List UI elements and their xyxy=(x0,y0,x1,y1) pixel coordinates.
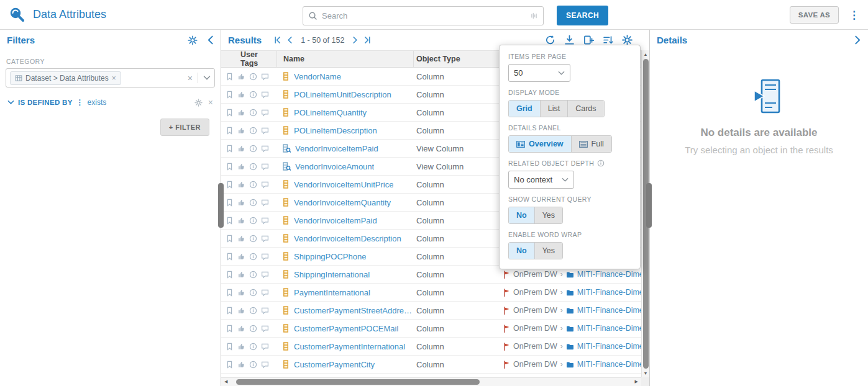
category-select[interactable]: Dataset > Data Attributes × × xyxy=(6,68,215,88)
location-source-link[interactable]: OnPrem DW xyxy=(513,342,557,351)
info-icon[interactable] xyxy=(249,199,257,207)
location-folder-link[interactable]: MITI-Finance-Dimensiona xyxy=(577,324,649,333)
info-icon[interactable] xyxy=(249,127,257,135)
table-row[interactable]: PaymentInternational Column OnPrem DW › … xyxy=(221,284,649,302)
location-folder-link[interactable]: MITI-Finance-Dimensiona xyxy=(577,342,649,351)
bookmark-icon[interactable] xyxy=(226,325,234,333)
comment-icon[interactable] xyxy=(261,307,269,315)
thumbs-up-icon[interactable] xyxy=(237,91,245,99)
location-source-link[interactable]: OnPrem DW xyxy=(513,288,557,297)
bookmark-icon[interactable] xyxy=(226,307,234,315)
thumbs-up-icon[interactable] xyxy=(237,199,245,207)
items-per-page-select[interactable]: 50 xyxy=(508,64,570,82)
bookmark-icon[interactable] xyxy=(226,109,234,117)
topbar-menu-kebab-icon[interactable]: ⋮ xyxy=(846,10,862,20)
bookmark-icon[interactable] xyxy=(226,271,234,279)
info-icon[interactable] xyxy=(249,307,257,315)
scroll-up-icon[interactable]: ▲ xyxy=(642,52,649,56)
rule-remove-icon[interactable]: × xyxy=(208,98,213,107)
rule-settings-gear-icon[interactable] xyxy=(194,99,203,107)
word-wrap-no[interactable]: No xyxy=(509,243,535,259)
thumbs-up-icon[interactable] xyxy=(237,181,245,189)
show-query-yes[interactable]: Yes xyxy=(535,207,562,223)
comment-icon[interactable] xyxy=(261,253,269,261)
add-filter-button[interactable]: + FILTER xyxy=(160,119,209,136)
row-name-link[interactable]: ShippingPOCPhone xyxy=(294,252,366,261)
thumbs-up-icon[interactable] xyxy=(237,289,245,297)
info-icon[interactable] xyxy=(249,109,257,117)
thumbs-up-icon[interactable] xyxy=(237,361,245,369)
bookmark-icon[interactable] xyxy=(226,145,234,153)
comment-icon[interactable] xyxy=(261,289,269,297)
row-name-link[interactable]: CustomerPaymentPOCEMail xyxy=(294,324,398,333)
filters-collapse-chevron-left-icon[interactable] xyxy=(207,35,214,45)
details-panel-full[interactable]: Full xyxy=(572,136,611,152)
thumbs-up-icon[interactable] xyxy=(237,217,245,225)
location-folder-link[interactable]: MITI-Finance-Dimensiona xyxy=(577,306,649,315)
row-name-link[interactable]: POLineItemDescription xyxy=(294,126,377,135)
table-row[interactable]: CustomerPaymentStreetAddre… Column OnPre… xyxy=(221,302,649,320)
rule-chevron-down-icon[interactable] xyxy=(7,100,14,105)
thumbs-up-icon[interactable] xyxy=(237,235,245,243)
row-name-link[interactable]: CustomerPaymentStreetAddre… xyxy=(294,306,412,315)
filter-rule-row[interactable]: IS DEFINED BY ⋮ exists × xyxy=(6,98,215,107)
thumbs-up-icon[interactable] xyxy=(237,271,245,279)
search-button[interactable]: SEARCH xyxy=(557,6,608,25)
info-icon[interactable] xyxy=(249,145,257,153)
comment-icon[interactable] xyxy=(261,127,269,135)
col-header-user-tags[interactable]: User Tags xyxy=(221,51,277,67)
last-page-icon[interactable] xyxy=(363,36,372,44)
info-icon[interactable] xyxy=(249,271,257,279)
comment-icon[interactable] xyxy=(261,361,269,369)
info-icon[interactable] xyxy=(249,181,257,189)
info-icon[interactable] xyxy=(249,163,257,171)
thumbs-up-icon[interactable] xyxy=(237,253,245,261)
search-input[interactable] xyxy=(322,11,530,20)
location-source-link[interactable]: OnPrem DW xyxy=(513,306,557,315)
bookmark-icon[interactable] xyxy=(226,217,234,225)
row-name-link[interactable]: POLineItemUnitDescription xyxy=(294,90,391,99)
bookmark-icon[interactable] xyxy=(226,163,234,171)
prev-page-icon[interactable] xyxy=(286,36,294,44)
info-icon[interactable] xyxy=(249,289,257,297)
comment-icon[interactable] xyxy=(261,73,269,81)
display-mode-grid[interactable]: Grid xyxy=(509,101,541,117)
rule-kebab-icon[interactable]: ⋮ xyxy=(76,98,84,107)
category-chevron-down-icon[interactable] xyxy=(203,75,211,81)
location-source-link[interactable]: OnPrem DW xyxy=(513,324,557,333)
show-query-no[interactable]: No xyxy=(509,207,535,223)
row-name-link[interactable]: VendorInvoiceItemPaid xyxy=(294,216,377,225)
row-name-link[interactable]: VendorName xyxy=(294,72,341,81)
location-source-link[interactable]: OnPrem DW xyxy=(513,360,557,369)
comment-icon[interactable] xyxy=(261,325,269,333)
bookmark-icon[interactable] xyxy=(226,91,234,99)
bookmark-icon[interactable] xyxy=(226,361,234,369)
results-settings-gear-icon[interactable] xyxy=(622,35,633,45)
location-folder-link[interactable]: MITI-Finance-Dimensiona xyxy=(577,288,649,297)
comment-icon[interactable] xyxy=(261,343,269,351)
related-object-depth-select[interactable]: No context xyxy=(508,171,574,189)
comment-icon[interactable] xyxy=(261,235,269,243)
add-object-icon[interactable] xyxy=(583,35,594,45)
row-name-link[interactable]: POLineItemQuantity xyxy=(294,108,367,117)
bookmark-icon[interactable] xyxy=(226,253,234,261)
location-folder-link[interactable]: MITI-Finance-Dimensiona xyxy=(577,270,649,279)
refresh-icon[interactable] xyxy=(545,35,555,45)
display-mode-list[interactable]: List xyxy=(541,101,568,117)
comment-icon[interactable] xyxy=(261,181,269,189)
chip-close-icon[interactable]: × xyxy=(112,74,116,82)
category-clear-icon[interactable]: × xyxy=(188,74,193,83)
bookmark-icon[interactable] xyxy=(226,289,234,297)
filters-settings-gear-icon[interactable] xyxy=(188,35,198,45)
display-mode-cards[interactable]: Cards xyxy=(568,101,603,117)
comment-icon[interactable] xyxy=(261,109,269,117)
details-panel-overview[interactable]: Overview xyxy=(509,136,572,152)
scroll-right-icon[interactable]: ▶ xyxy=(635,379,638,384)
thumbs-up-icon[interactable] xyxy=(237,145,245,153)
row-name-link[interactable]: VendorInvoiceItemQuantity xyxy=(294,198,391,207)
comment-icon[interactable] xyxy=(261,145,269,153)
sort-icon[interactable] xyxy=(603,35,613,45)
row-name-link[interactable]: VendorInvoiceItemDescription xyxy=(294,234,401,243)
comment-icon[interactable] xyxy=(261,163,269,171)
horizontal-scrollbar-thumb[interactable] xyxy=(236,379,480,385)
